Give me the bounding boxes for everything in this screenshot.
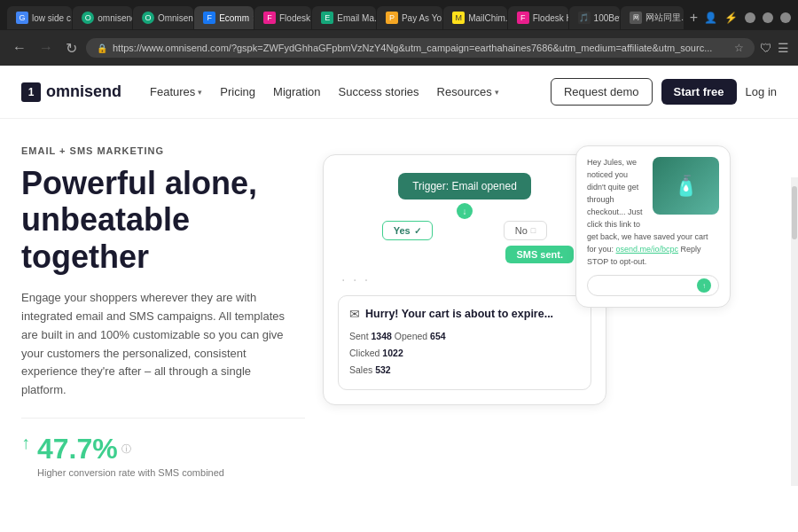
trigger-node: Trigger: Email opened [398,173,531,200]
new-tab-button[interactable]: + [685,10,703,26]
sent-value: 1348 [372,331,392,341]
clicked-label: Clicked [349,348,382,358]
tab-9[interactable]: F Flodesk H [508,6,568,29]
tab-icon-9: F [517,12,529,24]
headline-line1: Powerful alone, [21,165,257,201]
chevron-down-icon-2: ▾ [495,88,499,97]
site-logo[interactable]: 1 omnisend [21,82,121,102]
trigger-row: Trigger: Email opened [338,173,591,200]
flow-dots: · · · [338,272,591,288]
start-free-button[interactable]: Start free [661,79,737,105]
site-navigation: 1 omnisend Features ▾ Pricing Migration … [0,66,798,119]
request-demo-button[interactable]: Request demo [551,78,653,106]
sent-row: Sent 1348 Opened 654 [349,328,580,345]
tab-3[interactable]: O Omnisend [133,6,193,29]
nav-success-stories[interactable]: Success stories [339,85,419,98]
clicked-value: 1022 [382,348,403,358]
bookmark-icon[interactable]: ☆ [734,42,744,54]
tab-10[interactable]: 🎵 100Bet [569,6,621,29]
maximize-button[interactable] [763,12,773,23]
refresh-button[interactable]: ↻ [62,38,81,59]
lock-icon: 🔒 [97,43,107,53]
sms-input-bar[interactable]: ↑ [587,275,719,296]
tab-close-4[interactable]: × [253,13,254,23]
tab-label-3: Omnisend [158,13,193,23]
cart-card: ✉ Hurry! Your cart is about to expire...… [338,295,591,390]
main-content: EMAIL + SMS MARKETING Powerful alone, un… [0,119,798,482]
chevron-down-icon: ▾ [198,88,202,97]
close-button[interactable] [780,12,791,23]
nav-resources[interactable]: Resources ▾ [437,85,499,98]
tab-11[interactable]: 网 网站同里... [621,6,683,29]
url-text: https://www.omnisend.com/?gspk=ZWFydGhha… [113,43,712,53]
tab-label-8: MailChim... [468,13,507,23]
nav-pricing[interactable]: Pricing [220,85,255,98]
sms-send-button[interactable]: ↑ [697,278,711,293]
hero-body-text: Engage your shoppers wherever they are w… [21,289,287,400]
tab-6[interactable]: E Email Ma... [312,6,376,29]
nav-pricing-label: Pricing [220,85,255,98]
tab-icon-7: P [386,12,398,24]
nav-migration[interactable]: Migration [273,85,320,98]
sms-sent-label: SMS sent. [516,249,563,260]
menu-icon[interactable]: ☰ [778,41,789,55]
forward-button[interactable]: → [35,38,57,58]
flow-card: Trigger: Email opened ↓ Yes ✓ [323,154,606,405]
sms-preview-card: 🧴 Hey Jules, we noticed you didn't quite… [575,145,731,308]
scrollbar[interactable] [791,177,798,486]
tab-8[interactable]: M MailChim... [443,6,507,29]
nav-features[interactable]: Features ▾ [150,85,202,98]
profile-icon[interactable]: 👤 [704,12,717,24]
tab-icon-4: F [203,12,215,24]
shield-icon[interactable]: 🛡 [760,41,772,55]
sales-row: Sales 532 [349,362,580,379]
tab-bar: G low side c... O omnisend O Omnisend F … [0,0,798,30]
opened-value: 654 [430,331,446,341]
yes-no-row: Yes ✓ No □ [338,221,591,240]
no-node: No □ [504,221,548,240]
extensions-icon[interactable]: ⚡ [724,12,738,24]
minimize-button[interactable] [745,12,755,23]
tab-label-7: Pay As Yo... [402,13,442,23]
stat-up-arrow: ↑ [21,433,30,453]
hero-left-col: EMAIL + SMS MARKETING Powerful alone, un… [21,145,305,482]
tab-4-active[interactable]: F Ecomm × [194,6,254,29]
back-button[interactable]: ← [9,38,30,58]
cart-title: Hurry! Your cart is about to expire... [365,307,553,321]
sms-badge-row: SMS sent. [338,246,591,263]
login-button[interactable]: Log in [746,85,777,98]
tab-icon-8: M [452,12,465,24]
tab-icon-5: F [263,12,276,24]
window-controls: 👤 ⚡ [704,12,791,24]
yes-label: Yes [394,225,411,236]
sms-sent-badge: SMS sent. [505,246,574,263]
nav-links: Features ▾ Pricing Migration Success sto… [150,85,529,98]
trigger-arrow-down: ↓ [457,203,473,219]
tab-label-5: Flodesk | [279,13,311,23]
scrollbar-thumb[interactable] [792,186,797,239]
page-content: 1 omnisend Features ▾ Pricing Migration … [0,66,798,486]
clicked-row: Clicked 1022 [349,345,580,362]
yes-node: Yes ✓ [382,221,433,240]
trigger-label: Trigger: Email opened [412,180,517,192]
tab-5[interactable]: F Flodesk | [254,6,311,29]
tab-icon-10: 🎵 [578,12,591,24]
trigger-arrow-row: ↓ [338,203,591,219]
email-icon: ✉ [349,307,360,321]
sms-link: osend.me/io/bcpc [616,245,679,254]
stat-info: 47.7% ⓘ [37,433,224,466]
tab-label-6: Email Ma... [337,13,376,23]
nav-resources-label: Resources [437,85,492,98]
cart-title-row: ✉ Hurry! Your cart is about to expire... [349,307,580,321]
nav-features-label: Features [150,85,195,98]
tab-icon-2: O [82,12,94,24]
tab-1[interactable]: G low side c... [7,6,72,29]
stat-label: Higher conversion rate with SMS combined [37,467,224,478]
tab-7[interactable]: P Pay As Yo... [377,6,442,29]
tab-label-1: low side c... [32,13,72,23]
stat-number: 47.7% [37,433,118,466]
hero-headline: Powerful alone, unbeatable together [21,165,305,275]
tab-2[interactable]: O omnisend [73,6,132,29]
sales-value: 532 [375,364,391,375]
address-bar[interactable]: 🔒 https://www.omnisend.com/?gspk=ZWFydGh… [86,38,755,58]
